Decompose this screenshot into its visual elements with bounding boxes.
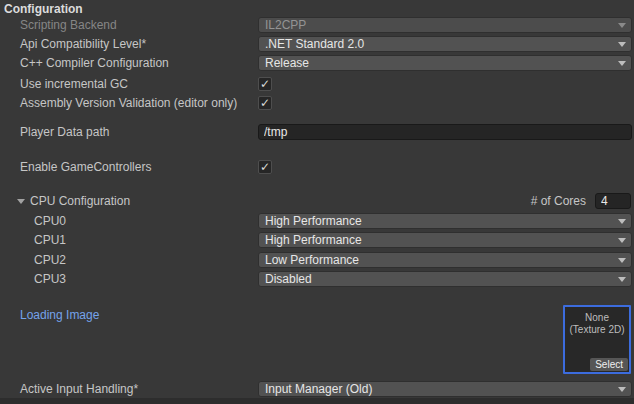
loading-image-texture-well[interactable]: None (Texture 2D) Select xyxy=(563,305,631,374)
label-assembly-validation: Assembly Version Validation (editor only… xyxy=(20,95,237,111)
dropdown-arrow-icon xyxy=(618,23,626,28)
label-player-data-path: Player Data path xyxy=(20,124,109,140)
dropdown-cpu1-value: High Performance xyxy=(265,233,362,247)
label-enable-gamecontrollers: Enable GameControllers xyxy=(20,159,151,175)
configuration-panel: Configuration Scripting Backend IL2CPP A… xyxy=(0,0,634,404)
dropdown-arrow-icon xyxy=(618,387,626,392)
dropdown-arrow-icon xyxy=(618,219,626,224)
dropdown-cpp-compiler[interactable]: Release xyxy=(258,55,632,71)
dropdown-arrow-icon xyxy=(618,258,626,263)
dropdown-cpu1[interactable]: High Performance xyxy=(258,232,632,248)
dropdown-cpu2[interactable]: Low Performance xyxy=(258,252,632,268)
dropdown-cpu3-value: Disabled xyxy=(265,272,312,286)
label-active-input-handling: Active Input Handling* xyxy=(20,381,138,397)
label-cpu0: CPU0 xyxy=(34,213,66,229)
label-cpu1: CPU1 xyxy=(34,232,66,248)
dropdown-active-input-handling[interactable]: Input Manager (Old) xyxy=(258,381,632,397)
dropdown-api-compatibility-value: .NET Standard 2.0 xyxy=(265,37,364,51)
foldout-open-icon[interactable] xyxy=(17,199,25,204)
dropdown-arrow-icon xyxy=(618,277,626,282)
label-incremental-gc: Use incremental GC xyxy=(20,76,128,92)
label-scripting-backend: Scripting Backend xyxy=(20,17,117,33)
dropdown-cpu3[interactable]: Disabled xyxy=(258,271,632,287)
check-icon: ✓ xyxy=(260,160,270,174)
checkbox-incremental-gc[interactable]: ✓ xyxy=(258,77,272,91)
num-cores-input[interactable] xyxy=(595,193,631,209)
player-data-path-input[interactable] xyxy=(258,124,632,140)
check-icon: ✓ xyxy=(260,96,270,110)
dropdown-cpu0-value: High Performance xyxy=(265,214,362,228)
label-cpp-compiler: C++ Compiler Configuration xyxy=(20,55,169,71)
label-cpu2: CPU2 xyxy=(34,252,66,268)
panel-bottom-edge xyxy=(0,398,634,404)
dropdown-cpu2-value: Low Performance xyxy=(265,253,359,267)
label-api-compatibility: Api Compatibility Level* xyxy=(20,36,146,52)
section-header-configuration: Configuration xyxy=(4,1,83,17)
label-loading-image: Loading Image xyxy=(20,307,99,323)
dropdown-arrow-icon xyxy=(618,238,626,243)
label-num-cores: # of Cores xyxy=(531,193,586,209)
texture-well-value-line2: (Texture 2D) xyxy=(565,324,629,336)
dropdown-arrow-icon xyxy=(618,61,626,66)
dropdown-cpu0[interactable]: High Performance xyxy=(258,213,632,229)
dropdown-api-compatibility[interactable]: .NET Standard 2.0 xyxy=(258,36,632,52)
label-cpu-configuration: CPU Configuration xyxy=(30,193,130,209)
dropdown-scripting-backend: IL2CPP xyxy=(258,17,632,33)
checkbox-assembly-validation[interactable]: ✓ xyxy=(258,96,272,110)
dropdown-arrow-icon xyxy=(618,42,626,47)
label-cpu3: CPU3 xyxy=(34,271,66,287)
dropdown-scripting-backend-value: IL2CPP xyxy=(265,18,306,32)
check-icon: ✓ xyxy=(260,77,270,91)
dropdown-cpp-compiler-value: Release xyxy=(265,56,309,70)
checkbox-enable-gamecontrollers[interactable]: ✓ xyxy=(258,160,272,174)
texture-well-value-line1: None xyxy=(565,312,629,324)
dropdown-active-input-handling-value: Input Manager (Old) xyxy=(265,382,372,396)
select-button[interactable]: Select xyxy=(590,358,628,371)
